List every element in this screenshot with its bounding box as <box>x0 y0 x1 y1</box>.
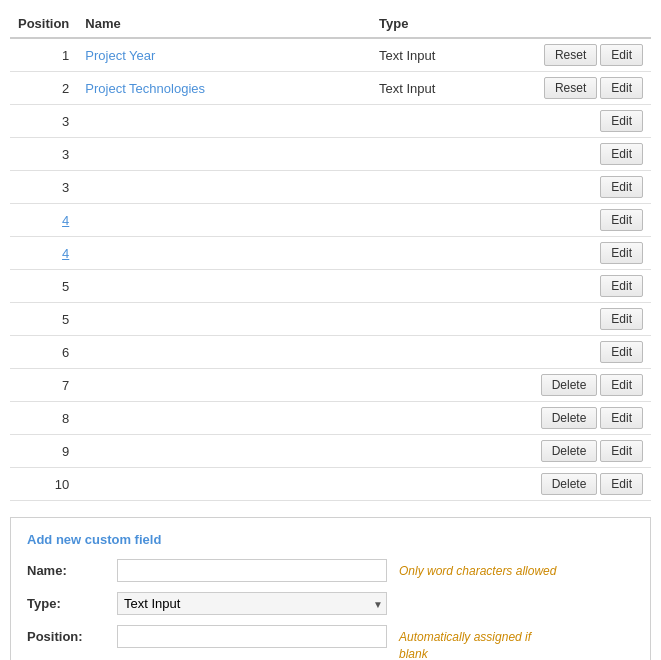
edit-button[interactable]: Edit <box>600 341 643 363</box>
edit-button[interactable]: Edit <box>600 440 643 462</box>
table-row: 3Edit <box>10 138 651 171</box>
cell-position: 3 <box>10 105 77 138</box>
position-link[interactable]: 4 <box>62 246 69 261</box>
cell-position: 1 <box>10 38 77 72</box>
cell-actions: Edit <box>491 171 651 204</box>
cell-actions: Edit <box>491 138 651 171</box>
cell-type: Text Input <box>371 72 491 105</box>
cell-type <box>371 171 491 204</box>
add-custom-field-section: Add new custom field Name: Only word cha… <box>10 517 651 660</box>
cell-position: 9 <box>10 435 77 468</box>
cell-actions: DeleteEdit <box>491 369 651 402</box>
cell-name <box>77 204 371 237</box>
delete-button[interactable]: Delete <box>541 440 598 462</box>
position-row: Position: Automatically assigned if blan… <box>27 625 634 660</box>
cell-position: 10 <box>10 468 77 501</box>
cell-type <box>371 237 491 270</box>
position-input[interactable] <box>117 625 387 648</box>
position-hint: Automatically assigned if blank <box>399 625 559 660</box>
type-control-wrap: Text InputNumberDateSelectCheckbox ▼ <box>117 592 634 615</box>
delete-button[interactable]: Delete <box>541 473 598 495</box>
delete-button[interactable]: Delete <box>541 374 598 396</box>
table-row: 7DeleteEdit <box>10 369 651 402</box>
name-input[interactable] <box>117 559 387 582</box>
custom-fields-table: Position Name Type 1Project YearText Inp… <box>10 10 651 501</box>
cell-position: 5 <box>10 303 77 336</box>
cell-position: 4 <box>10 237 77 270</box>
cell-type <box>371 204 491 237</box>
edit-button[interactable]: Edit <box>600 275 643 297</box>
type-select[interactable]: Text InputNumberDateSelectCheckbox <box>117 592 387 615</box>
name-link[interactable]: Project Year <box>85 48 155 63</box>
name-control-wrap: Only word characters allowed <box>117 559 634 582</box>
position-label: Position: <box>27 625 117 644</box>
table-row: 6Edit <box>10 336 651 369</box>
table-row: 10DeleteEdit <box>10 468 651 501</box>
cell-name <box>77 402 371 435</box>
cell-name: Project Year <box>77 38 371 72</box>
position-control-wrap: Automatically assigned if blank <box>117 625 634 660</box>
cell-name <box>77 369 371 402</box>
cell-actions: DeleteEdit <box>491 402 651 435</box>
table-row: 3Edit <box>10 171 651 204</box>
cell-position: 4 <box>10 204 77 237</box>
cell-actions: Edit <box>491 204 651 237</box>
cell-actions: ResetEdit <box>491 72 651 105</box>
cell-name <box>77 468 371 501</box>
edit-button[interactable]: Edit <box>600 242 643 264</box>
cell-type <box>371 468 491 501</box>
cell-position: 3 <box>10 171 77 204</box>
name-link[interactable]: Project Technologies <box>85 81 205 96</box>
table-row: 4Edit <box>10 204 651 237</box>
cell-actions: DeleteEdit <box>491 435 651 468</box>
cell-name <box>77 105 371 138</box>
cell-name <box>77 336 371 369</box>
edit-button[interactable]: Edit <box>600 374 643 396</box>
cell-position: 3 <box>10 138 77 171</box>
edit-button[interactable]: Edit <box>600 176 643 198</box>
cell-type: Text Input <box>371 38 491 72</box>
cell-name <box>77 435 371 468</box>
table-row: 2Project TechnologiesText InputResetEdit <box>10 72 651 105</box>
cell-type <box>371 435 491 468</box>
cell-name <box>77 138 371 171</box>
reset-button[interactable]: Reset <box>544 44 597 66</box>
edit-button[interactable]: Edit <box>600 110 643 132</box>
table-row: 5Edit <box>10 270 651 303</box>
table-row: 4Edit <box>10 237 651 270</box>
cell-type <box>371 270 491 303</box>
add-section-title: Add new custom field <box>27 532 634 547</box>
cell-actions: Edit <box>491 237 651 270</box>
edit-button[interactable]: Edit <box>600 143 643 165</box>
edit-button[interactable]: Edit <box>600 209 643 231</box>
position-link[interactable]: 4 <box>62 213 69 228</box>
col-actions <box>491 10 651 38</box>
col-name: Name <box>77 10 371 38</box>
delete-button[interactable]: Delete <box>541 407 598 429</box>
cell-position: 2 <box>10 72 77 105</box>
name-row: Name: Only word characters allowed <box>27 559 634 582</box>
table-row: 8DeleteEdit <box>10 402 651 435</box>
cell-name <box>77 237 371 270</box>
cell-name: Project Technologies <box>77 72 371 105</box>
name-label: Name: <box>27 559 117 578</box>
cell-actions: DeleteEdit <box>491 468 651 501</box>
edit-button[interactable]: Edit <box>600 44 643 66</box>
cell-name <box>77 270 371 303</box>
cell-actions: Edit <box>491 270 651 303</box>
edit-button[interactable]: Edit <box>600 77 643 99</box>
cell-type <box>371 303 491 336</box>
cell-actions: Edit <box>491 303 651 336</box>
type-label: Type: <box>27 592 117 611</box>
edit-button[interactable]: Edit <box>600 308 643 330</box>
cell-actions: Edit <box>491 105 651 138</box>
reset-button[interactable]: Reset <box>544 77 597 99</box>
edit-button[interactable]: Edit <box>600 407 643 429</box>
cell-type <box>371 336 491 369</box>
cell-position: 5 <box>10 270 77 303</box>
type-select-wrap: Text InputNumberDateSelectCheckbox ▼ <box>117 592 387 615</box>
edit-button[interactable]: Edit <box>600 473 643 495</box>
table-row: 5Edit <box>10 303 651 336</box>
cell-position: 8 <box>10 402 77 435</box>
cell-actions: ResetEdit <box>491 38 651 72</box>
